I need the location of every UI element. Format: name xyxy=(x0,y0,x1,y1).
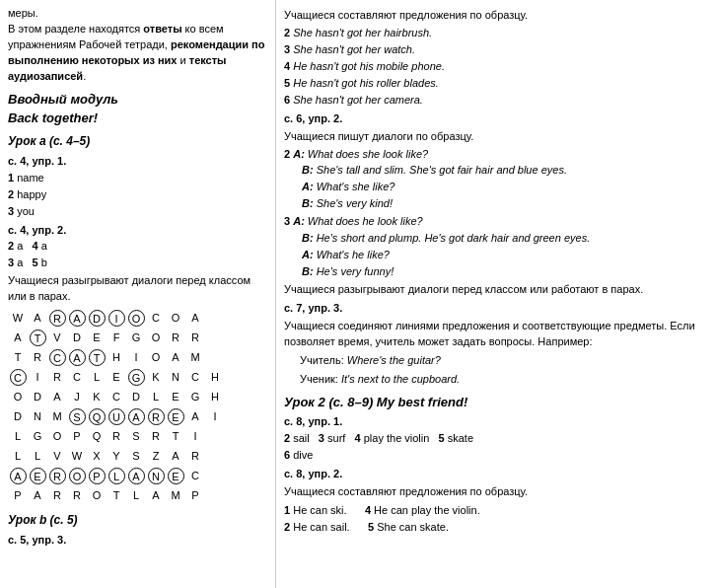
answer-5: 5 He hasn't got his roller blades. xyxy=(284,76,709,92)
student-text: It's next to the cupboard. xyxy=(341,373,460,385)
ex8-2-2: 2 He can sail. 5 She can skate. xyxy=(284,520,480,536)
ex8-2-label: с. 8, упр. 2. xyxy=(284,467,709,482)
ex1-answer-3: 3 you xyxy=(8,204,267,220)
instruction-dialogs: Учащиеся разыгрывают диалоги перед класс… xyxy=(8,273,267,305)
module-title: Вводный модуль Back together! xyxy=(8,91,267,128)
ex8-2-answers: 1 He can ski. 4 He can play the violin. … xyxy=(284,502,709,537)
ex7-label: с. 7, упр. 3. xyxy=(284,301,709,317)
dialog-2-b1: B: She's tall and slim. She's got fair h… xyxy=(284,163,709,179)
ex8-label: с. 8, упр. 1. xyxy=(284,414,709,430)
ex7-text: Учащиеся соединяют линиями предложения и… xyxy=(284,319,709,350)
left-panel: меры. В этом разделе находятся ответы ко… xyxy=(0,0,276,588)
lesson-a-title: Урок a (с. 4–5) xyxy=(8,133,267,150)
ex1-answer-2: 2 happy xyxy=(8,187,267,203)
teacher-label: Учитель: xyxy=(300,354,347,366)
right-intro: Учащиеся составляют предложения по образ… xyxy=(284,8,709,24)
dialog-2-a2: A: What's she like? xyxy=(284,180,709,195)
ex8-2-col1: 1 He can ski. 4 He can play the violin. … xyxy=(284,502,480,537)
right-panel: Учащиеся составляют предложения по образ… xyxy=(276,0,717,588)
dialog-3-num: 3 A: What does he look like? xyxy=(284,214,709,230)
ex6-label: с. 6, упр. 2. xyxy=(284,111,709,127)
ex1-label: с. 4, упр. 1. xyxy=(8,154,267,170)
dialog-2-b2: B: She's very kind! xyxy=(284,196,709,212)
intro-text: меры. В этом разделе находятся ответы ко… xyxy=(8,6,267,85)
student-example: Ученик: It's next to the cupboard. xyxy=(300,372,709,388)
ex8-row2: 6 dive xyxy=(284,448,709,464)
ex1-answer-1: 1 name xyxy=(8,171,267,186)
dialog-3-b1: B: He's short and plump. He's got dark h… xyxy=(284,231,709,247)
wordsearch-grid: WARADIOCOA ATVDEFGORR TRCATHIOAM CIRCLEG… xyxy=(8,309,225,506)
teacher-example: Учитель: Where's the guitar? xyxy=(300,353,709,369)
ex2-row1: 2 a 4 a xyxy=(8,239,267,255)
lesson2-title: Урок 2 (с. 8–9) My best friend! xyxy=(284,394,709,412)
ex8-2-intro: Учащиеся составляют предложения по образ… xyxy=(284,484,709,500)
ex2-row2: 3 a 5 b xyxy=(8,256,267,271)
instruction2: Учащиеся разыгрывают диалоги перед класс… xyxy=(284,282,709,298)
ex8-2-1: 1 He can ski. 4 He can play the violin. xyxy=(284,503,480,519)
dialog-3-b2: B: He's very funny! xyxy=(284,264,709,280)
dialog-3: 3 A: What does he look like? B: He's sho… xyxy=(284,214,709,280)
student-label: Ученик: xyxy=(300,373,341,385)
answer-2: 2 She hasn't got her hairbrush. xyxy=(284,26,709,41)
answer-4: 4 He hasn't got his mobile phone. xyxy=(284,59,709,75)
dialog-3-a2: A: What's he like? xyxy=(284,248,709,263)
dialog-2: 2 A: What does she look like? B: She's t… xyxy=(284,147,709,213)
answer-6: 6 She hasn't got her camera. xyxy=(284,93,709,109)
answer-3: 3 She hasn't got her watch. xyxy=(284,42,709,58)
teacher-text: Where's the guitar? xyxy=(347,354,441,366)
lesson-b-title: Урок b (с. 5) xyxy=(8,512,267,529)
bold-answers: ответы xyxy=(143,23,181,35)
ex8-answers: 2 sail 3 surf 4 play the violin 5 skate xyxy=(284,431,709,447)
dialog-2-num: 2 A: What does she look like? xyxy=(284,147,709,163)
ex2-label: с. 4, упр. 2. xyxy=(8,223,267,239)
ex3-label: с. 5, упр. 3. xyxy=(8,533,267,549)
ex6-intro: Учащиеся пишут диалоги по образцу. xyxy=(284,129,709,145)
ex-answers-list: 2 She hasn't got her hairbrush. 3 She ha… xyxy=(284,26,709,109)
